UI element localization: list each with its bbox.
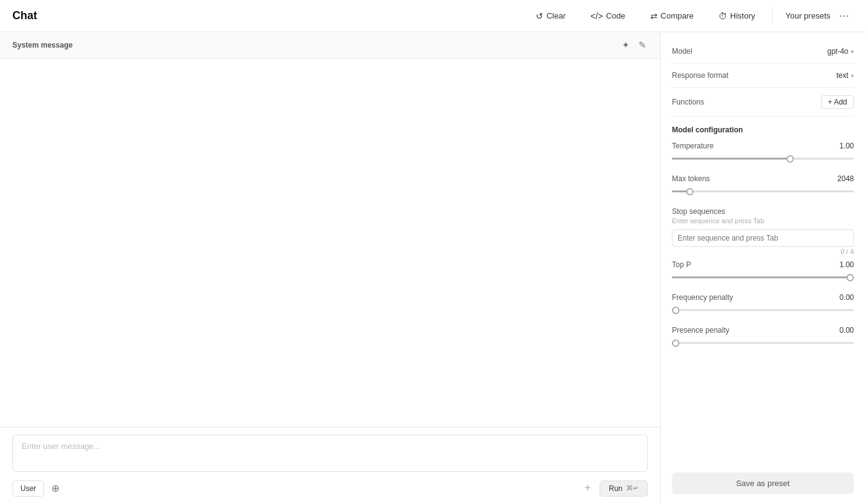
input-toolbar: User ⊕ + Run ⌘↵: [12, 480, 648, 497]
functions-label: Functions: [672, 98, 704, 106]
magic-icon-button[interactable]: ✦: [621, 38, 631, 52]
input-area: User ⊕ + Run ⌘↵: [0, 427, 660, 504]
temperature-section: Temperature 1.00: [672, 137, 854, 169]
system-message-icons: ✦ ✎: [621, 38, 648, 52]
divider-1: [672, 63, 854, 64]
presets-menu-button[interactable]: ⋯: [835, 9, 853, 23]
presence-penalty-section: Presence penalty 0.00: [672, 321, 854, 354]
response-format-value: text: [837, 71, 848, 80]
top-p-track: [672, 276, 854, 278]
code-icon: </>: [590, 11, 603, 21]
compare-button[interactable]: ⇄ Compare: [645, 9, 699, 23]
presence-penalty-track: [672, 342, 854, 344]
functions-row: Functions + Add: [672, 90, 854, 114]
add-message-button[interactable]: +: [580, 481, 595, 496]
save-preset-button[interactable]: Save as preset: [672, 472, 854, 494]
code-button[interactable]: </> Code: [585, 9, 630, 23]
paperclip-icon: ⊕: [51, 483, 59, 493]
run-label: Run: [609, 484, 622, 493]
clear-icon: ↺: [536, 11, 543, 21]
clear-button[interactable]: ↺ Clear: [531, 9, 570, 23]
temperature-fill: [672, 158, 790, 160]
app-header: Chat ↺ Clear </> Code ⇄ Compare ⏱ Histor…: [0, 0, 865, 32]
frequency-penalty-row: Frequency penalty 0.00: [672, 288, 854, 303]
chat-area: System message ✦ ✎ User ⊕ + Run ⌘↵: [0, 32, 661, 504]
model-value-container[interactable]: gpt-4o ▾: [827, 47, 854, 56]
temperature-value: 1.00: [840, 142, 854, 150]
frequency-penalty-slider[interactable]: [672, 303, 854, 321]
main-layout: System message ✦ ✎ User ⊕ + Run ⌘↵: [0, 32, 865, 504]
edit-icon-button[interactable]: ✎: [637, 38, 648, 52]
response-format-value-container[interactable]: text ▾: [837, 71, 854, 80]
model-value: gpt-4o: [827, 47, 848, 56]
history-icon: ⏱: [718, 11, 727, 21]
input-toolbar-right: + Run ⌘↵: [580, 481, 648, 497]
message-input[interactable]: [12, 435, 648, 472]
max-tokens-row: Max tokens 2048: [672, 169, 854, 184]
top-p-fill: [672, 276, 850, 278]
header-actions: ↺ Clear </> Code ⇄ Compare ⏱ History: [531, 9, 760, 23]
messages-area[interactable]: [0, 59, 660, 427]
user-role-button[interactable]: User: [12, 481, 44, 497]
run-shortcut: ⌘↵: [626, 484, 639, 492]
frequency-penalty-label: Frequency penalty: [672, 293, 733, 302]
presence-penalty-label: Presence penalty: [672, 326, 729, 335]
divider-3: [672, 116, 854, 117]
model-config-title: Model configuration: [672, 119, 854, 137]
sidebar-bottom: Save as preset: [672, 460, 854, 494]
temperature-track: [672, 158, 854, 160]
compare-icon: ⇄: [650, 11, 658, 21]
top-p-value: 1.00: [840, 260, 854, 269]
divider-2: [672, 87, 854, 88]
temperature-row: Temperature 1.00: [672, 137, 854, 152]
temperature-slider[interactable]: [672, 152, 854, 169]
presets-label: Your presets: [785, 11, 830, 20]
temperature-label: Temperature: [672, 142, 713, 150]
top-p-thumb[interactable]: [846, 274, 854, 281]
stop-sequences-input[interactable]: [672, 229, 854, 247]
presets-section: Your presets ⋯: [773, 9, 853, 23]
right-sidebar: Model gpt-4o ▾ Response format text ▾ Fu…: [661, 32, 865, 504]
frequency-penalty-track: [672, 309, 854, 311]
top-p-label: Top P: [672, 260, 691, 269]
response-format-label: Response format: [672, 71, 728, 80]
page-title: Chat: [12, 9, 37, 22]
top-p-section: Top P 1.00: [672, 255, 854, 288]
frequency-penalty-thumb[interactable]: [672, 307, 679, 314]
run-button[interactable]: Run ⌘↵: [600, 481, 648, 497]
history-button[interactable]: ⏱ History: [713, 9, 760, 23]
functions-add-button[interactable]: + Add: [821, 95, 854, 109]
attach-button[interactable]: ⊕: [49, 480, 62, 497]
max-tokens-value: 2048: [837, 174, 854, 183]
max-tokens-track: [672, 190, 854, 192]
max-tokens-thumb[interactable]: [686, 188, 694, 195]
system-message-label: System message: [12, 41, 621, 49]
system-message-bar: System message ✦ ✎: [0, 32, 660, 59]
top-p-slider[interactable]: [672, 270, 854, 288]
model-label: Model: [672, 47, 692, 56]
max-tokens-section: Max tokens 2048: [672, 169, 854, 202]
response-format-dropdown-arrow: ▾: [851, 72, 854, 79]
stop-sequences-counter: 0 / 4: [672, 248, 854, 255]
presence-penalty-row: Presence penalty 0.00: [672, 321, 854, 336]
top-p-row: Top P 1.00: [672, 255, 854, 270]
frequency-penalty-section: Frequency penalty 0.00: [672, 288, 854, 321]
max-tokens-label: Max tokens: [672, 174, 710, 183]
stop-sequences-row: Stop sequences: [672, 202, 854, 217]
presence-penalty-slider[interactable]: [672, 336, 854, 354]
stop-sequences-hint: Enter sequence and press Tab: [672, 217, 854, 224]
model-dropdown-arrow: ▾: [851, 48, 854, 55]
stop-sequences-label: Stop sequences: [672, 207, 725, 216]
stop-sequences-section: Stop sequences Enter sequence and press …: [672, 202, 854, 255]
presence-penalty-thumb[interactable]: [672, 340, 679, 347]
max-tokens-slider[interactable]: [672, 184, 854, 202]
response-format-row: Response format text ▾: [672, 66, 854, 85]
temperature-thumb[interactable]: [786, 155, 794, 163]
frequency-penalty-value: 0.00: [840, 293, 854, 302]
presence-penalty-value: 0.00: [840, 326, 854, 335]
model-row: Model gpt-4o ▾: [672, 42, 854, 61]
